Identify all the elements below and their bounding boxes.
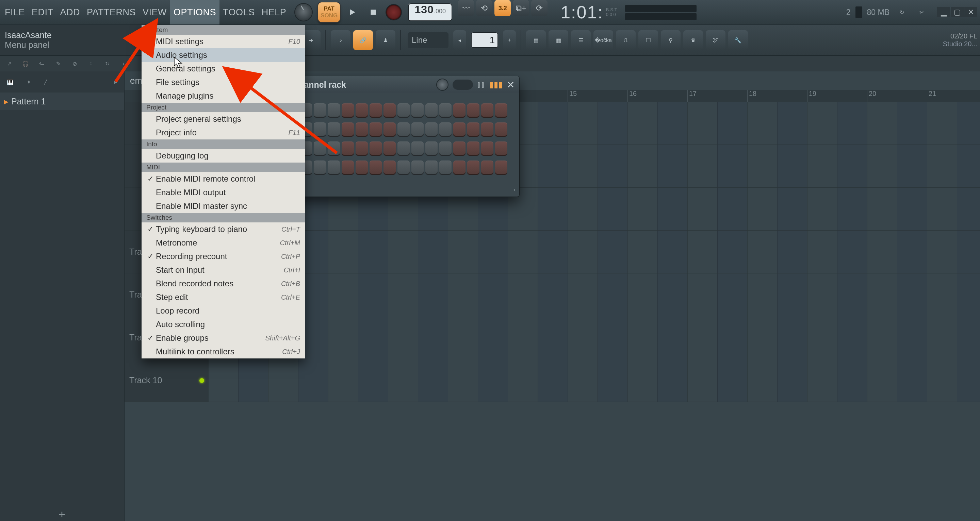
step-cell[interactable] [453,103,466,118]
deny-icon[interactable]: ⊘ [69,58,80,69]
step-cell[interactable] [453,122,466,137]
step-cell[interactable] [439,122,452,137]
pattern-row[interactable]: ▸ Pattern 1 [0,92,124,110]
refresh-icon[interactable]: ↻ [102,58,113,69]
tool-plug-icon[interactable]: ⚲ [661,30,681,50]
step-cell[interactable] [411,160,424,175]
tool-stack-icon[interactable]: ☰ [571,30,591,50]
step-cell[interactable] [328,160,340,175]
step-cell[interactable] [495,160,508,175]
step-cell[interactable] [398,103,410,118]
step-cell[interactable] [425,103,438,118]
menu-tools[interactable]: TOOLS [220,0,258,24]
step-cell[interactable] [467,160,479,175]
step-cell[interactable] [481,160,493,175]
menu-item-step-edit[interactable]: Step editCtrl+E [142,291,305,304]
step-cell[interactable] [314,103,326,118]
master-volume-knob[interactable] [294,3,313,21]
step-cell[interactable] [398,122,410,137]
menu-item-general-settings[interactable]: General settings [142,62,305,76]
step-cell[interactable] [425,160,438,175]
line-icon[interactable]: ╱ [44,79,47,85]
rack-close-icon[interactable]: ✕ [507,79,514,91]
tool-crown-icon[interactable]: ♛ [683,30,703,50]
brush-icon[interactable]: ✎ [52,58,64,69]
track-grid[interactable] [208,359,980,402]
step-cell[interactable] [495,141,508,156]
snap-right-button[interactable]: + [503,30,516,50]
menu-item-project-general-settings[interactable]: Project general settings [142,112,305,126]
menu-edit[interactable]: EDIT [28,0,57,24]
piano-icon[interactable]: 🎹 [7,79,14,85]
menu-item-multilink-to-controllers[interactable]: Multilink to controllersCtrl+J [142,345,305,359]
step-cell[interactable] [425,122,438,137]
step-cell[interactable] [411,141,424,156]
timecode[interactable]: 1:01: B.S.T0 0 0 [556,0,622,24]
arrow-out-icon[interactable]: ↗ [3,58,15,69]
menu-item-enable-midi-output[interactable]: Enable MIDI output [142,186,305,199]
rack-swing-knob[interactable] [436,79,449,91]
step-cell[interactable] [342,122,354,137]
rack-switch[interactable] [453,79,473,90]
menu-item-debugging-log[interactable]: Debugging log [142,149,305,162]
mode-loop-icon[interactable]: ⟲ [476,0,492,16]
step-cell[interactable] [411,103,424,118]
track-grid[interactable] [208,230,980,273]
mode-wave-icon[interactable]: 〰 [458,0,474,16]
mode-countdown-button[interactable]: 3.2 [495,0,511,16]
menu-item-enable-midi-remote-control[interactable]: ✓Enable MIDI remote control [142,172,305,186]
menu-help[interactable]: HELP [258,0,290,24]
stop-button[interactable] [365,4,382,21]
menu-view[interactable]: VIEW [139,0,170,24]
link-button[interactable]: 🔗 [353,30,373,50]
tool-bird-icon[interactable]: 🕊 [706,30,725,50]
switch-icon[interactable]: ✂ [914,5,929,20]
mode-step-icon[interactable]: ⟳ [531,0,547,16]
tool-wrench-icon[interactable]: 🔧 [728,30,748,50]
track-grid[interactable] [208,273,980,316]
record-button[interactable] [386,5,401,20]
rack-steps-icon[interactable]: ▮▮▮ [489,80,503,89]
step-cell[interactable] [314,160,326,175]
tag-icon[interactable]: 🏷 [36,58,48,69]
tool-clips-icon[interactable]: ⎍ [616,30,636,50]
step-cell[interactable] [481,141,493,156]
step-cell[interactable] [439,160,452,175]
step-cell[interactable] [495,103,508,118]
step-cell[interactable] [439,141,452,156]
step-cell[interactable] [411,122,424,137]
pat-song-toggle[interactable]: PAT SONG [318,2,340,22]
chevron-right-icon[interactable]: › [118,58,129,69]
step-cell[interactable] [467,122,479,137]
step-cell[interactable] [369,103,382,118]
tool-sliders-icon[interactable]: �očka [593,30,613,50]
stamp-button[interactable]: ♟ [375,30,395,50]
menu-item-midi-settings[interactable]: MIDI settingsF10 [142,35,305,48]
menu-item-enable-midi-master-sync[interactable]: Enable MIDI master sync [142,199,305,213]
step-cell[interactable] [481,103,493,118]
step-cell[interactable] [383,141,396,156]
step-cell[interactable] [328,103,340,118]
step-cell[interactable] [453,141,466,156]
step-cell[interactable] [481,122,493,137]
step-cell[interactable] [369,160,382,175]
step-cell[interactable] [369,122,382,137]
add-pattern-button[interactable]: + [0,507,124,521]
magnet-snap-button[interactable]: ♪ [331,30,350,50]
menu-item-metronome[interactable]: MetronomeCtrl+M [142,236,305,249]
menu-item-recording-precount[interactable]: ✓Recording precountCtrl+P [142,249,305,263]
menu-item-auto-scrolling[interactable]: Auto scrolling [142,318,305,331]
channel-rack-titlebar[interactable]: ▸ Channel rack ⫿⫿ ▮▮▮ ✕ [281,76,519,93]
menu-add[interactable]: ADD [57,0,84,24]
play-icon[interactable]: ▸ [115,79,117,85]
menu-item-manage-plugins[interactable]: Manage plugins [142,89,305,103]
mode-overdub-icon[interactable]: ⧉+ [513,0,529,16]
menu-item-file-settings[interactable]: File settings [142,76,305,89]
step-cell[interactable] [383,122,396,137]
menu-patterns[interactable]: PATTERNS [83,0,139,24]
step-cell[interactable] [314,122,326,137]
snap-left-button[interactable]: ◂ [453,30,466,50]
automation-icon[interactable]: ✦ [27,79,31,85]
step-cell[interactable] [453,160,466,175]
sort-icon[interactable]: ↕ [85,58,97,69]
